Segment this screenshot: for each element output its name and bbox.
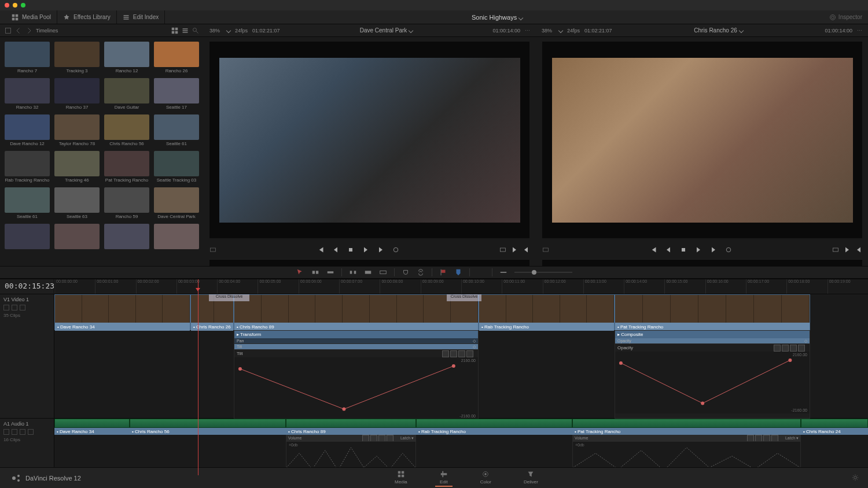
kf-curve-btn[interactable] xyxy=(790,345,797,352)
bin-list-icon[interactable] xyxy=(5,27,12,34)
effects-library-tab[interactable]: Effects Library xyxy=(57,10,117,24)
viewer-mode-icon[interactable] xyxy=(542,246,549,253)
source-scrubber[interactable] xyxy=(209,259,529,266)
kf-curve-btn[interactable] xyxy=(387,435,393,442)
keyframe-param-row[interactable]: Tilt◇ xyxy=(234,344,478,350)
prev-frame-icon[interactable] xyxy=(665,246,672,253)
kf-curve-btn[interactable] xyxy=(370,435,377,442)
source-viewer-frame[interactable] xyxy=(219,58,520,223)
clip-item[interactable]: Seattle 17 xyxy=(154,78,199,110)
close-window-button[interactable] xyxy=(5,3,9,8)
flag-icon[interactable] xyxy=(439,268,447,276)
clip-item[interactable]: Seattle Tracking 03 xyxy=(154,151,199,183)
latch-mode[interactable]: Latch ▾ xyxy=(785,436,799,441)
kf-curve-btn[interactable] xyxy=(771,435,778,442)
clip-item[interactable]: Rancho 32 xyxy=(5,78,50,110)
clip-item[interactable]: Rab Tracking Rancho xyxy=(5,151,50,183)
clip-item[interactable]: Dave Guitar xyxy=(104,78,149,110)
edit-index-tab[interactable]: Edit Index xyxy=(117,10,165,24)
latch-mode[interactable]: Latch ▾ xyxy=(400,436,414,441)
match-frame-icon[interactable] xyxy=(832,246,839,253)
kf-curve-btn[interactable] xyxy=(450,350,457,357)
page-color[interactable]: Color xyxy=(476,469,496,487)
track-mute-icon[interactable] xyxy=(12,429,17,435)
inspector-tab[interactable]: Inspector xyxy=(829,14,862,21)
media-pool-tab[interactable]: Media Pool xyxy=(6,10,57,24)
keyframe-editor[interactable]: ▸ TransformPan◇Tilt◇Tilt2160.00-2160.00 xyxy=(234,330,479,419)
audio-clip[interactable]: • Chris Rancho 56 xyxy=(130,419,286,474)
transition[interactable]: Cross Dissolve xyxy=(447,294,481,301)
track-lock-icon[interactable] xyxy=(3,305,9,310)
selection-tool-icon[interactable] xyxy=(296,268,304,276)
clip-item[interactable]: Seattle 63 xyxy=(54,187,100,219)
kf-curve-btn[interactable] xyxy=(747,435,754,442)
timeline-title[interactable]: Chris Rancho 26 xyxy=(617,27,821,34)
back-icon[interactable] xyxy=(15,27,22,34)
replace-icon[interactable] xyxy=(379,268,387,276)
insert-icon[interactable] xyxy=(349,268,357,276)
mark-in-icon[interactable] xyxy=(844,246,851,253)
clip-item[interactable] xyxy=(104,224,149,250)
track-auto-icon[interactable] xyxy=(12,305,17,310)
play-icon[interactable] xyxy=(362,246,369,253)
keyframe-param-row[interactable]: Pan◇ xyxy=(234,338,478,344)
loop-icon[interactable] xyxy=(392,246,399,253)
mark-in-icon[interactable] xyxy=(511,246,518,253)
audio-clip[interactable]: • Chris Rancho 89VolumeLatch ▾+0db xyxy=(286,419,416,474)
page-edit[interactable]: Edit xyxy=(435,469,453,487)
first-frame-icon[interactable] xyxy=(650,246,657,253)
audio-icon[interactable] xyxy=(477,268,485,276)
mark-out-icon[interactable] xyxy=(523,246,529,253)
project-title[interactable]: Sonic Highways xyxy=(165,14,829,21)
timeline-zoom[interactable]: 38% xyxy=(542,28,552,34)
clip-item[interactable]: Chris Rancho 56 xyxy=(104,114,149,146)
breadcrumb[interactable]: Timelines xyxy=(36,28,58,34)
kf-curve-btn[interactable] xyxy=(782,345,789,352)
video-clip[interactable]: • Chris Rancho 89 xyxy=(234,294,479,330)
kf-curve-btn[interactable] xyxy=(763,435,770,442)
kf-curve-btn[interactable] xyxy=(774,345,781,352)
clip-item[interactable]: Rancho 59 xyxy=(104,187,149,219)
mark-out-icon[interactable] xyxy=(855,246,862,253)
track-solo-icon[interactable] xyxy=(20,429,25,435)
next-frame-icon[interactable] xyxy=(377,246,384,253)
track-enable-icon[interactable] xyxy=(20,305,25,310)
kf-curve-btn[interactable] xyxy=(798,345,805,352)
video-clip[interactable]: • Dave Rancho 34 xyxy=(54,294,190,330)
settings-icon[interactable] xyxy=(852,474,859,481)
forward-icon[interactable] xyxy=(25,27,32,34)
clip-item[interactable]: Rancho 12 xyxy=(104,42,149,73)
first-frame-icon[interactable] xyxy=(317,246,324,253)
clip-item[interactable]: Rancho 7 xyxy=(5,42,50,73)
keyframe-editor[interactable]: ▸ CompositeOpacity◇Opacity2160.00-2160.0… xyxy=(615,330,810,419)
audio-clip[interactable]: • Pat Tracking RanchoVolumeLatch ▾+0db xyxy=(572,419,801,474)
kf-curve-btn[interactable] xyxy=(442,350,449,357)
marker-icon[interactable] xyxy=(454,268,462,276)
clip-item[interactable]: Pat Tracking Rancho xyxy=(104,151,149,183)
clip-item[interactable]: Tracking 3 xyxy=(54,42,100,73)
playhead[interactable] xyxy=(198,279,198,475)
razor-tool-icon[interactable] xyxy=(326,268,334,276)
keyframe-header[interactable]: ▸ Composite xyxy=(615,331,810,338)
timeline-ruler[interactable]: 00:00:00:0000:00:01:0000:00:02:0000:00:0… xyxy=(54,279,868,294)
video-clip[interactable]: • Pat Tracking Rancho xyxy=(615,294,810,330)
viewer-mode-icon[interactable] xyxy=(209,246,216,253)
timeline-scrubber[interactable] xyxy=(542,259,862,266)
zoom-slider-icon[interactable] xyxy=(499,268,507,276)
prev-frame-icon[interactable] xyxy=(332,246,339,253)
stop-icon[interactable] xyxy=(347,246,354,253)
clip-item[interactable] xyxy=(5,224,50,250)
zoom-slider[interactable] xyxy=(514,272,572,273)
keyframe-param-row[interactable]: Opacity◇ xyxy=(615,338,810,344)
list-view-icon[interactable] xyxy=(182,27,189,34)
page-deliver[interactable]: Deliver xyxy=(519,469,543,487)
clip-item[interactable]: Rancho 37 xyxy=(54,78,100,110)
page-media[interactable]: Media xyxy=(390,469,412,487)
kf-curve-btn[interactable] xyxy=(378,435,385,442)
clip-item[interactable]: Taylor Rancho 78 xyxy=(54,114,100,146)
kf-curve-btn[interactable] xyxy=(362,435,369,442)
snap-icon[interactable] xyxy=(402,268,410,276)
match-frame-icon[interactable] xyxy=(499,246,506,253)
play-icon[interactable] xyxy=(695,246,702,253)
clip-item[interactable]: Seattle 61 xyxy=(154,114,199,146)
